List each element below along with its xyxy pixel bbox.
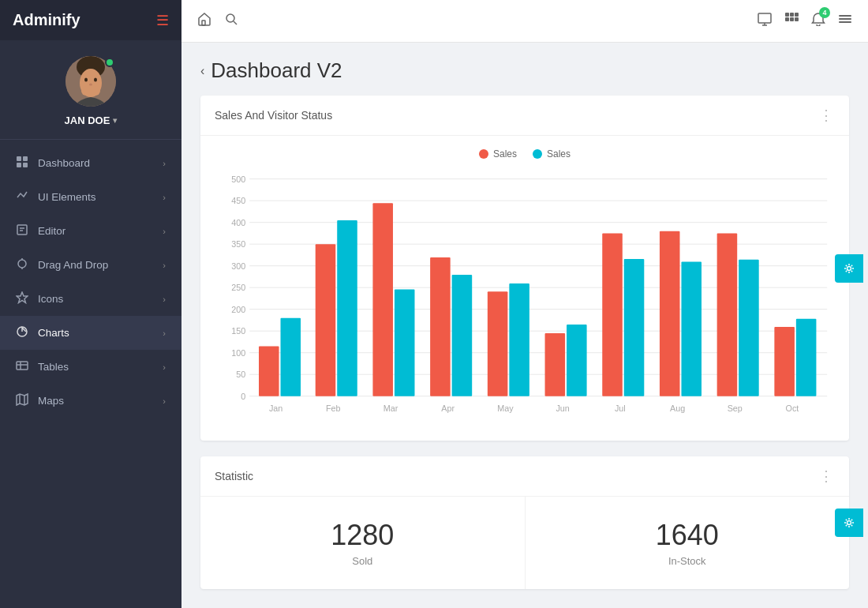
nav-caret-icon: › xyxy=(163,328,166,338)
sidebar-item-label: Dashboard xyxy=(38,157,90,169)
stat-value-instock: 1640 xyxy=(541,519,834,552)
card-menu-button[interactable]: ⋮ xyxy=(819,107,835,124)
dashboard-icon xyxy=(16,156,28,171)
chart-container: Sales Sales xyxy=(200,136,849,441)
profile-name[interactable]: JAN DOE ▾ xyxy=(65,114,118,126)
sidebar-item-label: Tables xyxy=(38,361,69,373)
sales-chart-card: Sales And Visitor Status ⋮ Sales Sales xyxy=(200,96,849,441)
svg-rect-64 xyxy=(316,244,336,396)
stat-label-instock: In-Stock xyxy=(541,555,834,567)
svg-rect-62 xyxy=(259,346,279,396)
back-button[interactable]: ‹ xyxy=(200,64,204,78)
content-area: ‹ Dashboard V2 Sales And Visitor Status … xyxy=(181,43,868,608)
svg-rect-37 xyxy=(839,15,851,17)
bar-chart: 0 50 100 150 200 250 300 350 400 450 500 xyxy=(215,169,835,425)
svg-rect-10 xyxy=(23,163,28,167)
svg-text:Oct: Oct xyxy=(786,403,799,413)
svg-rect-36 xyxy=(795,17,799,21)
legend-label-red: Sales xyxy=(493,148,517,160)
sidebar-nav: Dashboard › UI Elements › Editor › xyxy=(0,140,181,608)
monitor-icon[interactable] xyxy=(758,12,772,30)
svg-point-93 xyxy=(847,521,851,525)
svg-text:300: 300 xyxy=(231,261,245,271)
card-title: Sales And Visitor Status xyxy=(215,109,332,122)
home-icon[interactable] xyxy=(197,12,211,30)
sidebar-item-label: Editor xyxy=(38,225,65,237)
sidebar-item-drag-drop[interactable]: Drag And Drop › xyxy=(0,248,181,282)
svg-rect-6 xyxy=(81,86,100,96)
stat-item-sold: 1280 Sold xyxy=(200,497,526,589)
sidebar-item-charts[interactable]: Charts › xyxy=(0,316,181,350)
svg-point-3 xyxy=(84,78,88,82)
legend-item-red: Sales xyxy=(479,148,517,160)
sidebar-item-label: Drag And Drop xyxy=(38,259,108,271)
statistic-card-header: Statistic ⋮ xyxy=(200,456,849,497)
notification-badge: 4 xyxy=(819,7,830,18)
sidebar-item-label: Icons xyxy=(38,293,63,305)
search-icon[interactable] xyxy=(224,12,238,30)
svg-text:Mar: Mar xyxy=(383,403,398,413)
ui-elements-icon xyxy=(16,190,28,205)
sidebar-item-icons[interactable]: Icons › xyxy=(0,282,181,316)
svg-text:150: 150 xyxy=(231,326,245,336)
svg-text:Sep: Sep xyxy=(728,403,743,413)
stat-label-sold: Sold xyxy=(216,555,509,567)
nav-caret-icon: › xyxy=(163,295,166,304)
nav-caret-icon: › xyxy=(163,396,166,406)
svg-text:400: 400 xyxy=(231,218,245,227)
sidebar-item-tables[interactable]: Tables › xyxy=(0,350,181,384)
sidebar-item-editor[interactable]: Editor › xyxy=(0,214,181,248)
svg-rect-25 xyxy=(202,21,205,25)
svg-rect-32 xyxy=(790,13,794,17)
svg-rect-76 xyxy=(660,231,680,396)
apps-icon[interactable] xyxy=(784,12,799,30)
topbar-left xyxy=(197,12,238,30)
svg-text:500: 500 xyxy=(231,175,245,184)
notification-icon[interactable]: 4 xyxy=(811,12,825,30)
sidebar-item-maps[interactable]: Maps › xyxy=(0,384,181,418)
nav-caret-icon: › xyxy=(163,227,166,236)
avatar-wrapper xyxy=(65,56,116,107)
maps-icon xyxy=(16,393,28,408)
statistic-settings-button[interactable] xyxy=(835,509,863,537)
legend-dot-red xyxy=(479,149,488,159)
svg-rect-39 xyxy=(839,21,851,23)
chart-legend: Sales Sales xyxy=(215,148,835,160)
editor-icon xyxy=(16,223,28,238)
svg-text:Jan: Jan xyxy=(269,403,282,413)
hamburger-icon[interactable]: ☰ xyxy=(156,12,169,29)
svg-rect-31 xyxy=(785,13,789,17)
menu-grid-icon[interactable] xyxy=(838,12,852,30)
svg-text:350: 350 xyxy=(231,239,245,249)
nav-caret-icon: › xyxy=(163,362,166,372)
svg-rect-63 xyxy=(281,318,301,396)
sidebar: Adminify ☰ xyxy=(0,0,181,608)
nav-caret-icon: › xyxy=(163,159,166,168)
svg-rect-19 xyxy=(17,362,28,370)
legend-dot-teal xyxy=(533,149,542,159)
svg-text:Jun: Jun xyxy=(556,403,569,413)
topbar-right: 4 xyxy=(758,12,852,30)
svg-rect-65 xyxy=(337,220,357,396)
svg-rect-77 xyxy=(681,262,702,396)
card-settings-button[interactable] xyxy=(835,254,863,283)
sidebar-item-ui-elements[interactable]: UI Elements › xyxy=(0,180,181,214)
svg-rect-35 xyxy=(790,17,794,21)
svg-text:0: 0 xyxy=(241,392,245,401)
svg-rect-79 xyxy=(739,260,759,396)
svg-rect-9 xyxy=(17,163,21,167)
stat-item-instock: 1640 In-Stock xyxy=(526,497,850,589)
svg-line-27 xyxy=(234,21,237,24)
svg-rect-72 xyxy=(545,333,566,396)
svg-rect-38 xyxy=(839,18,851,20)
drag-drop-icon xyxy=(16,257,28,272)
statistic-card-title: Statistic xyxy=(215,470,253,482)
svg-rect-70 xyxy=(488,291,508,396)
svg-rect-71 xyxy=(509,283,529,396)
tables-icon xyxy=(16,359,28,374)
svg-text:450: 450 xyxy=(231,196,245,205)
sidebar-item-dashboard[interactable]: Dashboard › xyxy=(0,146,181,180)
svg-rect-75 xyxy=(624,259,645,396)
statistic-card-menu[interactable]: ⋮ xyxy=(819,467,835,485)
statistic-card-body: 1280 Sold 1640 In-Stock xyxy=(200,497,849,589)
